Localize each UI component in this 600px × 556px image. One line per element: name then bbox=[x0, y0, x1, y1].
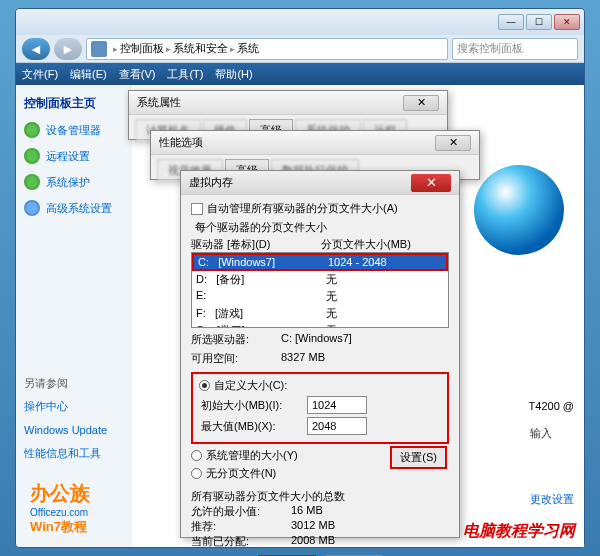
selected-drive-label: 所选驱动器: bbox=[191, 332, 281, 347]
breadcrumb-item[interactable]: 系统 bbox=[237, 41, 259, 56]
shield-icon bbox=[24, 200, 40, 216]
sidebar: 控制面板主页 设备管理器 远程设置 系统保护 高级系统设置 另请参阅 操作中心 … bbox=[16, 85, 132, 547]
system-managed-radio[interactable] bbox=[191, 450, 202, 461]
drive-row[interactable]: G: [学习]无 bbox=[192, 322, 448, 328]
network-link[interactable]: 输入 bbox=[530, 426, 552, 441]
forward-button[interactable]: ► bbox=[54, 38, 82, 60]
sidebar-item-advanced[interactable]: 高级系统设置 bbox=[24, 200, 124, 216]
cur-value: 2008 MB bbox=[291, 534, 335, 549]
back-button[interactable]: ◄ bbox=[22, 38, 50, 60]
close-icon[interactable]: ✕ bbox=[435, 135, 471, 151]
sidebar-title[interactable]: 控制面板主页 bbox=[24, 95, 124, 112]
min-value: 16 MB bbox=[291, 504, 323, 519]
shield-icon bbox=[24, 122, 40, 138]
no-pagefile-label: 无分页文件(N) bbox=[206, 466, 276, 481]
menu-edit[interactable]: 编辑(E) bbox=[70, 67, 107, 82]
cpu-label: T4200 @ bbox=[529, 400, 574, 412]
custom-size-group: 自定义大小(C): 初始大小(MB)(I): 最大值(MB)(X): bbox=[191, 372, 449, 444]
sidebar-item-device-manager[interactable]: 设备管理器 bbox=[24, 122, 124, 138]
address-bar: ◄ ► ▸ 控制面板 ▸ 系统和安全 ▸ 系统 搜索控制面板 bbox=[16, 35, 584, 63]
watermark-site: 电脑教程学习网 bbox=[463, 521, 575, 542]
initial-size-input[interactable] bbox=[307, 396, 367, 414]
menu-file[interactable]: 文件(F) bbox=[22, 67, 58, 82]
titlebar: — ☐ ✕ bbox=[16, 9, 584, 35]
available-space-label: 可用空间: bbox=[191, 351, 281, 366]
drive-row[interactable]: C: [Windows7]1024 - 2048 bbox=[192, 253, 448, 271]
menu-help[interactable]: 帮助(H) bbox=[215, 67, 252, 82]
auto-manage-label: 自动管理所有驱动器的分页文件大小(A) bbox=[207, 201, 398, 216]
maximize-button[interactable]: ☐ bbox=[526, 14, 552, 30]
control-panel-icon bbox=[91, 41, 107, 57]
system-managed-label: 系统管理的大小(Y) bbox=[206, 448, 298, 463]
shield-icon bbox=[24, 174, 40, 190]
dialog-title: 性能选项 bbox=[159, 135, 203, 150]
sidebar-link-windows-update[interactable]: Windows Update bbox=[24, 424, 124, 436]
per-drive-label: 每个驱动器的分页文件大小 bbox=[195, 220, 449, 235]
max-size-input[interactable] bbox=[307, 417, 367, 435]
sidebar-item-protection[interactable]: 系统保护 bbox=[24, 174, 124, 190]
menu-tools[interactable]: 工具(T) bbox=[167, 67, 203, 82]
custom-size-radio[interactable] bbox=[199, 380, 210, 391]
breadcrumb-item[interactable]: 控制面板 bbox=[120, 41, 164, 56]
custom-size-label: 自定义大小(C): bbox=[214, 378, 287, 393]
close-icon[interactable]: ✕ bbox=[403, 95, 439, 111]
drive-row[interactable]: F: [游戏]无 bbox=[192, 305, 448, 322]
max-size-label: 最大值(MB)(X): bbox=[201, 419, 301, 434]
dialog-title: 虚拟内存 bbox=[189, 175, 233, 190]
drive-row[interactable]: E: 无 bbox=[192, 288, 448, 305]
change-settings-link[interactable]: 更改设置 bbox=[530, 492, 574, 507]
windows-orb-icon bbox=[474, 165, 564, 255]
close-button[interactable]: ✕ bbox=[554, 14, 580, 30]
close-icon[interactable]: ✕ bbox=[411, 174, 451, 192]
drive-list[interactable]: C: [Windows7]1024 - 2048 D: [备份]无 E: 无 F… bbox=[191, 252, 449, 328]
virtual-memory-dialog[interactable]: 虚拟内存✕ 自动管理所有驱动器的分页文件大小(A) 每个驱动器的分页文件大小 驱… bbox=[180, 170, 460, 538]
search-input[interactable]: 搜索控制面板 bbox=[452, 38, 578, 60]
watermark-brand: 办公族 Officezu.com Win7教程 bbox=[30, 480, 90, 536]
pagefile-column-header: 分页文件大小(MB) bbox=[321, 237, 411, 252]
sidebar-link-perf[interactable]: 性能信息和工具 bbox=[24, 446, 124, 461]
rec-value: 3012 MB bbox=[291, 519, 335, 534]
minimize-button[interactable]: — bbox=[498, 14, 524, 30]
breadcrumb-item[interactable]: 系统和安全 bbox=[173, 41, 228, 56]
menu-view[interactable]: 查看(V) bbox=[119, 67, 156, 82]
total-title: 所有驱动器分页文件大小的总数 bbox=[191, 489, 449, 504]
menu-bar: 文件(F) 编辑(E) 查看(V) 工具(T) 帮助(H) bbox=[16, 63, 584, 85]
auto-manage-checkbox[interactable] bbox=[191, 203, 203, 215]
available-space-value: 8327 MB bbox=[281, 351, 325, 366]
shield-icon bbox=[24, 148, 40, 164]
see-also-label: 另请参阅 bbox=[24, 376, 124, 391]
drive-row[interactable]: D: [备份]无 bbox=[192, 271, 448, 288]
sidebar-link-action-center[interactable]: 操作中心 bbox=[24, 399, 124, 414]
dialog-title: 系统属性 bbox=[137, 95, 181, 110]
breadcrumb[interactable]: ▸ 控制面板 ▸ 系统和安全 ▸ 系统 bbox=[86, 38, 448, 60]
set-button[interactable]: 设置(S) bbox=[390, 446, 447, 469]
sidebar-item-remote[interactable]: 远程设置 bbox=[24, 148, 124, 164]
no-pagefile-radio[interactable] bbox=[191, 468, 202, 479]
cur-label: 当前已分配: bbox=[191, 534, 291, 549]
selected-drive-value: C: [Windows7] bbox=[281, 332, 352, 347]
drive-column-header: 驱动器 [卷标](D) bbox=[191, 237, 321, 252]
rec-label: 推荐: bbox=[191, 519, 291, 534]
initial-size-label: 初始大小(MB)(I): bbox=[201, 398, 301, 413]
min-label: 允许的最小值: bbox=[191, 504, 291, 519]
